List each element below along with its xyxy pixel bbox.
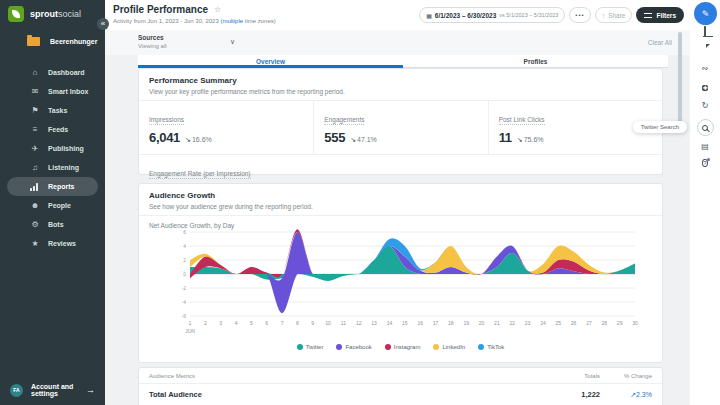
sidebar-item-listening[interactable]: ♫ Listening: [0, 158, 105, 177]
audience-growth-card: Audience Growth See how your audience gr…: [138, 183, 663, 363]
forward-arrow-icon: →: [86, 385, 95, 395]
instagram-dot-icon: [385, 344, 391, 350]
account-settings[interactable]: FA Account and settings →: [0, 379, 105, 401]
sources-dropdown[interactable]: Sources Viewing all: [138, 34, 167, 49]
metric-label[interactable]: Engagement Rate (per Impression): [149, 170, 251, 179]
dashboard-icon: ⌂: [30, 68, 40, 77]
svg-text:14: 14: [387, 320, 393, 326]
sidebar: sproutsocial Beerenhunger ⌂ Dashboard ✉ …: [0, 0, 105, 405]
svg-text:17: 17: [433, 320, 439, 326]
row-change: ↗2.3%: [600, 391, 652, 399]
legend-item-facebook[interactable]: Facebook: [336, 344, 371, 350]
notifications-button[interactable]: [690, 27, 720, 36]
sidebar-item-bots[interactable]: ⚙ Bots: [0, 215, 105, 234]
chevron-down-icon[interactable]: ∨: [230, 38, 235, 46]
sidebar-item-tasks[interactable]: ⚑ Tasks: [0, 101, 105, 120]
activity-subtitle: Activity from Jun 1, 2023 - Jun 30, 2023…: [113, 18, 276, 24]
listening-icon: ♫: [30, 163, 40, 172]
sprout-leaf-icon: [8, 6, 24, 22]
audience-growth-title: Audience Growth: [149, 191, 652, 200]
twitter-search-button[interactable]: [690, 119, 720, 136]
svg-text:25: 25: [555, 320, 561, 326]
metric-value: 6,041: [149, 130, 180, 145]
date-compare-value: vs 5/1/2023 – 5/31/2023: [499, 12, 558, 18]
bar-chart-icon: [30, 183, 40, 191]
metric-label[interactable]: Post Link Clicks: [499, 116, 545, 125]
sidebar-item-reports[interactable]: Reports: [7, 177, 98, 196]
clear-all-link[interactable]: Clear All: [648, 39, 672, 46]
help-button[interactable]: ?: [690, 158, 720, 167]
apps-button[interactable]: ✚: [690, 83, 720, 93]
share-icon: ↑: [602, 12, 606, 19]
metric-label[interactable]: Engagements: [324, 116, 364, 125]
svg-text:18: 18: [448, 320, 454, 326]
filter-sliders-icon: [644, 12, 652, 19]
timezones-link[interactable]: (multiple: [220, 18, 243, 24]
metric-change: ↘47.1%: [350, 136, 377, 144]
legend-item-instagram[interactable]: Instagram: [385, 344, 421, 350]
page-header: Profile Performance ☆ Activity from Jun …: [105, 0, 690, 30]
sidebar-item-publishing[interactable]: ✈ Publishing: [0, 139, 105, 158]
bell-icon: [704, 26, 706, 36]
filters-button[interactable]: Filters: [636, 7, 684, 23]
svg-text:29: 29: [617, 320, 623, 326]
net-audience-growth-chart[interactable]: 6420-2-4-6123456789101112131415161718192…: [163, 222, 643, 340]
legend-item-tiktok[interactable]: TikTok: [478, 344, 504, 350]
svg-text:22: 22: [509, 320, 515, 326]
compose-button[interactable]: ✎: [694, 2, 717, 25]
svg-text:6: 6: [183, 229, 186, 235]
svg-text:26: 26: [571, 320, 577, 326]
sidebar-item-label: Reviews: [48, 240, 76, 247]
tab-profiles[interactable]: Profiles: [403, 55, 668, 67]
main-content: Profile Performance ☆ Activity from Jun …: [105, 0, 690, 405]
folder-icon: [27, 37, 40, 46]
down-arrow-icon: ↘: [185, 136, 191, 143]
pin-icon: ⚑: [30, 106, 40, 115]
svg-text:-2: -2: [182, 285, 187, 291]
svg-text:30: 30: [632, 320, 638, 326]
sidebar-item-reviews[interactable]: ★ Reviews: [0, 234, 105, 253]
legend-item-twitter[interactable]: Twitter: [297, 344, 324, 350]
search-icon: [702, 125, 708, 131]
question-mark-icon: ?: [702, 159, 707, 167]
legend-item-linkedin[interactable]: LinkedIn: [433, 344, 465, 350]
svg-text:28: 28: [602, 320, 608, 326]
sidebar-item-label: Listening: [48, 164, 79, 171]
svg-text:19: 19: [463, 320, 469, 326]
share-button[interactable]: ↑ Share: [595, 7, 633, 23]
history-button[interactable]: ↻: [690, 101, 720, 110]
metric-label[interactable]: Impressions: [149, 116, 184, 125]
favorite-star-icon[interactable]: ☆: [214, 5, 221, 14]
sidebar-group[interactable]: Beerenhunger: [0, 37, 105, 46]
tab-overview[interactable]: Overview: [138, 55, 403, 67]
sidebar-item-feeds[interactable]: ≡ Feeds: [0, 120, 105, 139]
table-row[interactable]: Total Audience 1,222 ↗2.3%: [139, 383, 662, 405]
brand-logo[interactable]: sproutsocial: [0, 0, 105, 22]
svg-text:0: 0: [183, 271, 186, 277]
active-ring: [697, 119, 714, 136]
sidebar-item-smart-inbox[interactable]: ✉ Smart Inbox: [0, 82, 105, 101]
chart-legend: Twitter Facebook Instagram LinkedIn TikT…: [139, 344, 662, 350]
twitter-search-tooltip: Twitter Search: [633, 121, 687, 133]
metric-change: ↘16.6%: [185, 136, 212, 144]
metric-value: 555: [324, 130, 345, 145]
calendar-icon: ▦: [426, 12, 432, 19]
performance-summary-subtitle: View your key profile performance metric…: [149, 88, 652, 95]
link-button[interactable]: ∾: [690, 64, 720, 73]
date-range-value: 6/1/2023 – 6/30/2023: [435, 12, 496, 19]
date-range-button[interactable]: ▦ 6/1/2023 – 6/30/2023 vs 5/1/2023 – 5/3…: [419, 7, 565, 23]
svg-text:21: 21: [494, 320, 500, 326]
more-options-button[interactable]: •••: [569, 7, 590, 23]
col-percent-change: % Change: [600, 373, 652, 379]
vertical-scrollbar[interactable]: [678, 32, 682, 128]
tiktok-dot-icon: [478, 344, 484, 350]
table-header: Audience Metrics Totals % Change: [139, 368, 662, 383]
sidebar-item-dashboard[interactable]: ⌂ Dashboard: [0, 63, 105, 82]
paperclip-icon: ∾: [702, 64, 709, 73]
sidebar-collapse-button[interactable]: «: [97, 18, 109, 30]
media-button[interactable]: ▤: [690, 142, 720, 151]
facebook-dot-icon: [336, 344, 342, 350]
filters-label: Filters: [656, 12, 676, 19]
row-metric: Total Audience: [149, 390, 540, 399]
sidebar-item-people[interactable]: ☻ People: [0, 196, 105, 215]
